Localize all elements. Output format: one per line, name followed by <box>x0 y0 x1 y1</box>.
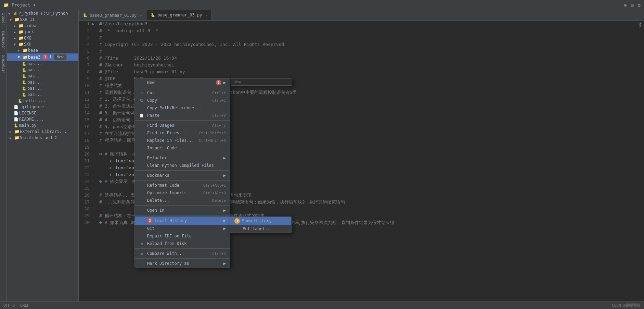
code-line: # Copyright (C) 2022 - 2022 heihieyouhei… <box>99 41 639 48</box>
menu-item-paste[interactable]: 📋 Paste Ctrl+V <box>135 112 230 119</box>
menu-item-mark-dir[interactable]: Mark Directory as ▶ <box>135 260 230 267</box>
structure-icon[interactable]: Structure <box>1 53 5 75</box>
menu-item-delete[interactable]: Delete... Delete <box>135 197 230 204</box>
commit-icon[interactable]: Commit <box>1 12 5 27</box>
tab-base3-grammar01[interactable]: 🐍 base3_grammar_01.py ✕ <box>79 10 146 20</box>
tree-item-jack[interactable]: ▶ 📁 jack <box>7 29 78 35</box>
tab-close-icon[interactable]: ✕ <box>140 13 142 17</box>
run-marker <box>92 75 98 82</box>
menu-item-replace-files[interactable]: Replace in Files... Ctrl+Shift+R <box>135 137 230 144</box>
tree-item-gitignore[interactable]: 📄 .gitignore <box>7 104 78 110</box>
main-layout: Commit Bookmarks Structure ▼ 🖥 P_Python … <box>0 10 644 301</box>
run-column: ▶ <box>92 21 98 301</box>
openin-arrow: ▶ <box>223 208 226 213</box>
tab-close-icon2[interactable]: ✕ <box>205 13 207 17</box>
menu-item-inspect[interactable]: Inspect Code... <box>135 144 230 152</box>
separator4 <box>135 170 230 171</box>
tree-item-license[interactable]: 📄 LICENSE <box>7 110 78 116</box>
history-show[interactable]: 3 Show History <box>230 217 291 225</box>
tree-item-idea[interactable]: ▶ 📁 .idea <box>7 23 78 29</box>
menu-item-git[interactable]: Git ▶ <box>135 225 230 232</box>
tree-item-base[interactable]: ▶ 📁 base <box>7 47 78 53</box>
menu-item-find-files[interactable]: Find in Files... Ctrl+Shift+F <box>135 129 230 137</box>
menu-item-reload[interactable]: ↻ Reload from Disk <box>135 240 230 247</box>
settings-icon[interactable]: ⚙ <box>638 2 641 8</box>
tree-item-bas4[interactable]: 🐍 bas... <box>7 79 78 85</box>
tree-item-hello[interactable]: 🐍 hello_... <box>7 98 78 104</box>
line-number: 24 <box>79 178 90 185</box>
gutter-indicator: ▲ 2 <box>639 21 644 29</box>
run-marker <box>92 116 98 123</box>
menu-item-repair-ide[interactable]: Repair IDE on File <box>135 232 230 240</box>
tree-item-sxh[interactable]: ▼ 📁 SXH <box>7 41 78 47</box>
run-marker <box>92 82 98 89</box>
run-marker <box>92 41 98 48</box>
run-marker <box>92 34 98 41</box>
minimize-icon[interactable]: ⊟ <box>631 2 633 8</box>
line-number: 3 <box>79 34 90 41</box>
menu-item-clean[interactable]: Clean Python Compiled Files <box>135 162 230 169</box>
tree-item-bas5[interactable]: 🐍 bas... <box>7 85 78 91</box>
menu-item-local-history[interactable]: 2 Local History ▶ 3 Show History <box>135 217 230 225</box>
menu-item-copy[interactable]: ⧉ Copy Ctrl+C <box>135 97 230 104</box>
tree-item-bas6[interactable]: 🐍 bas... <box>7 91 78 98</box>
bookmarks-icon[interactable]: Bookmarks <box>1 29 5 51</box>
run-marker <box>92 27 98 34</box>
run-marker: ▶ <box>92 21 98 27</box>
menu-item-cut[interactable]: ✂ Cut Ctrl+X <box>135 89 230 97</box>
tree-item-bas2[interactable]: 🐍 bas... <box>7 67 78 73</box>
build-icon[interactable]: ⊕ <box>624 2 627 8</box>
tree-item-bas1[interactable]: 🐍 bas... <box>7 61 78 67</box>
title-bar-actions: ⊕ ⊟ ⚙ <box>624 2 641 8</box>
separator6 <box>135 205 230 206</box>
menu-item-new[interactable]: New 1 ▶ New <box>135 78 230 87</box>
dropdown-icon[interactable]: ▾ <box>33 2 36 8</box>
project-icon: 📁 <box>3 2 9 8</box>
menu-item-open-in[interactable]: Open In ▶ <box>135 207 230 214</box>
tree-item-bas3[interactable]: 🐍 bas... <box>7 73 78 79</box>
line-number: 10 <box>79 82 90 89</box>
tree-item-ext-lib[interactable]: ▶ 📁 External Librari... <box>7 128 78 135</box>
menu-item-refactor[interactable]: Refactor ▶ <box>135 154 230 162</box>
line-number: 30 <box>79 219 90 226</box>
history-put-label[interactable]: Put Label... <box>230 225 291 233</box>
tree-item-base3[interactable]: ▼ 📁 base3 1 1 New <box>7 53 78 61</box>
code-line: #!/usr/bin/python3 <box>99 21 639 27</box>
line-number: 5 <box>79 48 90 55</box>
fold-icon[interactable]: ⊖ <box>99 179 105 184</box>
separator9 <box>135 258 230 259</box>
menu-item-copy-path[interactable]: Copy Path/Reference... <box>135 104 230 112</box>
run-marker <box>92 69 98 75</box>
menu-item-optimize[interactable]: Optimize Imports Ctrl+Alt+O <box>135 189 230 197</box>
fold-icon[interactable]: ⊖ <box>99 151 105 157</box>
fold-icon[interactable]: ⊖ <box>99 220 105 225</box>
run-marker <box>92 206 98 212</box>
tree-item-main[interactable]: 🐍 main.py <box>7 122 78 128</box>
line-numbers: 1234567891011121314151617181920212223242… <box>79 21 92 301</box>
line-number: 25 <box>79 185 90 192</box>
tree-item-readme[interactable]: 📄 README.... <box>7 116 78 122</box>
run-marker <box>92 185 98 192</box>
cut-icon: ✂ <box>139 91 144 95</box>
tab-base-grammar03[interactable]: 🐍 base_grammar_03.py ✕ <box>146 10 212 20</box>
tree-item-project[interactable]: ▼ 🖥 P_Python F:\P_Python <box>7 10 78 16</box>
line-number: 9 <box>79 75 90 82</box>
line-number: 14 <box>79 110 90 116</box>
menu-item-compare[interactable]: ⇄ Compare With... Ctrl+D <box>135 250 230 257</box>
separator8 <box>135 248 230 249</box>
separator7 <box>135 215 230 215</box>
line-number: 22 <box>79 164 90 171</box>
localhistory-arrow: ▶ <box>223 218 226 223</box>
line-number: 28 <box>79 206 90 212</box>
line-number: 23 <box>79 171 90 178</box>
tree-item-qxq[interactable]: ▶ 📁 QXQ <box>7 35 78 41</box>
menu-item-bookmarks[interactable]: Bookmarks ▶ <box>135 172 230 179</box>
tree-item-sxh11[interactable]: ▼ 📁 SXH_11 <box>7 16 78 23</box>
menu-item-reformat[interactable]: Reformat Code Ctrl+Alt+L <box>135 182 230 189</box>
badge-step3: 3 <box>234 218 240 224</box>
run-marker <box>92 96 98 103</box>
tree-item-scratches[interactable]: ▶ 📁 Scratches and C <box>7 135 78 141</box>
menu-item-find-usages[interactable]: Find Usages Alt+F7 <box>135 122 230 129</box>
tab-file-icon2: 🐍 <box>151 13 155 17</box>
run-marker <box>92 103 98 110</box>
